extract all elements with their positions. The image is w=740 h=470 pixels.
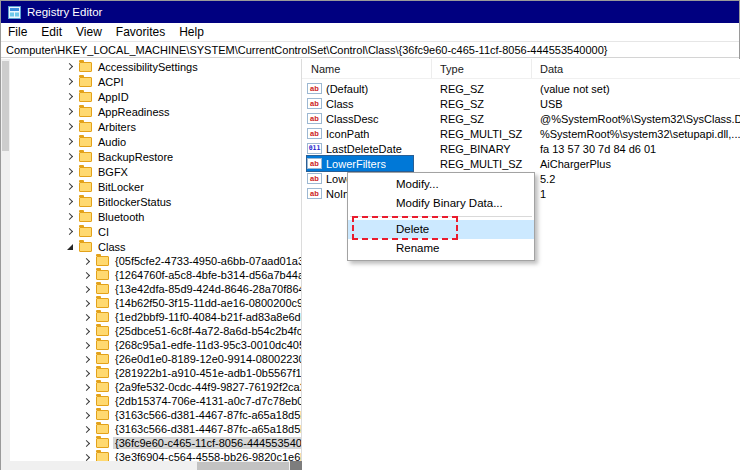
- binary-value-icon: 011: [307, 143, 322, 154]
- chevron-right-icon[interactable]: [67, 154, 79, 159]
- value-name: Class: [326, 98, 354, 110]
- address-bar[interactable]: Computer\HKEY_LOCAL_MACHINE\SYSTEM\Curre…: [1, 41, 739, 58]
- registry-value-row-selected[interactable]: abLowerFilters REG_MULTI_SZ AiChargerPlu…: [302, 156, 740, 171]
- tree-key[interactable]: {1264760f-a5c8-4bfe-b314-d56a7b44a3: [10, 268, 301, 282]
- tree-key[interactable]: CI: [10, 224, 301, 239]
- tree-key[interactable]: BitlockerStatus: [10, 194, 301, 209]
- tree-key[interactable]: {1ed2bbf9-11f0-4084-b21f-ad83a8e6dc: [10, 310, 301, 324]
- tree-key[interactable]: BackupRestore: [10, 149, 301, 164]
- tree-key[interactable]: BitLocker: [10, 179, 301, 194]
- tree-key[interactable]: {2a9fe532-0cdc-44f9-9827-76192f2ca2f: [10, 380, 301, 394]
- value-data: USB: [532, 98, 740, 110]
- menu-favorites[interactable]: Favorites: [109, 23, 172, 41]
- menu-help[interactable]: Help: [172, 23, 211, 41]
- tree-vertical-scrollbar[interactable]: [1, 59, 10, 461]
- tree-key[interactable]: Arbiters: [10, 119, 301, 134]
- chevron-right-icon[interactable]: [84, 427, 96, 432]
- chevron-right-icon[interactable]: [67, 139, 79, 144]
- chevron-right-icon[interactable]: [84, 385, 96, 390]
- chevron-right-icon[interactable]: [84, 329, 96, 334]
- menu-item-delete[interactable]: Delete: [348, 220, 534, 239]
- tree-key[interactable]: {26e0d1e0-8189-12e0-9914-0800223019: [10, 352, 301, 366]
- tree-item-selected-key[interactable]: {36fc9e60-c465-11cf-8056-444553540000}: [10, 436, 301, 450]
- tree-key[interactable]: {281922b1-a910-451e-adb1-0b5567f1ed: [10, 366, 301, 380]
- value-data: (value not set): [532, 83, 740, 95]
- chevron-right-icon[interactable]: [84, 441, 96, 446]
- folder-icon: [79, 167, 92, 177]
- chevron-right-icon[interactable]: [84, 287, 96, 292]
- tree-key[interactable]: {268c95a1-edfe-11d3-95c3-0010dc4050: [10, 338, 301, 352]
- tree-horizontal-scrollbar[interactable]: [1, 461, 302, 470]
- menu-item-modify[interactable]: Modify...: [348, 175, 534, 194]
- folder-icon: [79, 212, 92, 222]
- chevron-right-icon[interactable]: [67, 214, 79, 219]
- tree-item-class[interactable]: Class: [10, 239, 301, 254]
- scrollbar-thumb[interactable]: [2, 61, 9, 151]
- chevron-right-icon[interactable]: [84, 399, 96, 404]
- menu-item-modify-binary-data[interactable]: Modify Binary Data...: [348, 194, 534, 213]
- chevron-right-icon[interactable]: [84, 273, 96, 278]
- tree-key-label: BackupRestore: [96, 151, 175, 163]
- folder-icon: [96, 452, 109, 461]
- chevron-expanded-icon[interactable]: [67, 244, 79, 250]
- chevron-right-icon[interactable]: [67, 94, 79, 99]
- chevron-right-icon[interactable]: [67, 64, 79, 69]
- value-data: %SystemRoot%\system32\setupapi.dll,...: [532, 128, 740, 140]
- chevron-right-icon[interactable]: [84, 315, 96, 320]
- chevron-right-icon[interactable]: [84, 259, 96, 264]
- value-name: LowerFilters: [326, 158, 386, 170]
- chevron-right-icon[interactable]: [84, 371, 96, 376]
- registry-value-row[interactable]: ab(Default) REG_SZ (value not set): [302, 81, 740, 96]
- tree-key[interactable]: AccessibilitySettings: [10, 59, 301, 74]
- tree-key[interactable]: {2db15374-706e-4131-a0c7-d7c78eb028: [10, 394, 301, 408]
- tree-key[interactable]: {25dbce51-6c8f-4a72-8a6d-b54c2b4fc8: [10, 324, 301, 338]
- tree-key[interactable]: Audio: [10, 134, 301, 149]
- folder-icon: [96, 382, 109, 392]
- tree-key[interactable]: BGFX: [10, 164, 301, 179]
- registry-value-row[interactable]: abClass REG_SZ USB: [302, 96, 740, 111]
- chevron-right-icon[interactable]: [67, 199, 79, 204]
- chevron-right-icon[interactable]: [84, 301, 96, 306]
- chevron-right-icon[interactable]: [67, 229, 79, 234]
- chevron-right-icon[interactable]: [84, 357, 96, 362]
- menu-item-rename[interactable]: Rename: [348, 239, 534, 258]
- chevron-right-icon[interactable]: [84, 455, 96, 460]
- menu-view[interactable]: View: [69, 23, 109, 41]
- registry-value-row[interactable]: abClassDesc REG_SZ @%SystemRoot%\System3…: [302, 111, 740, 126]
- scroll-right-button[interactable]: [290, 461, 302, 470]
- scrollbar-thumb[interactable]: [197, 462, 289, 470]
- tree-key[interactable]: Bluetooth: [10, 209, 301, 224]
- tree-key[interactable]: {05f5cfe2-4733-4950-a6bb-07aad01a3a8: [10, 254, 301, 268]
- tree-key[interactable]: AppReadiness: [10, 104, 301, 119]
- tree-key[interactable]: {3163c566-d381-4467-87fc-a65a18d5b: [10, 408, 301, 422]
- tree-key-label: {2db15374-706e-4131-a0c7-d7c78eb028: [113, 395, 301, 407]
- chevron-right-icon[interactable]: [67, 109, 79, 114]
- tree-key[interactable]: ACPI: [10, 74, 301, 89]
- tree-key[interactable]: {14b62f50-3f15-11dd-ae16-0800200c9a: [10, 296, 301, 310]
- column-header-name[interactable]: Name: [302, 59, 432, 78]
- tree-key[interactable]: {13e42dfa-85d9-424d-8646-28a70f864f9: [10, 282, 301, 296]
- column-header-data[interactable]: Data: [532, 59, 740, 78]
- tree-key-label: {281922b1-a910-451e-adb1-0b5567f1ed: [113, 367, 301, 379]
- chevron-right-icon[interactable]: [67, 184, 79, 189]
- folder-icon: [96, 256, 109, 266]
- chevron-right-icon[interactable]: [84, 343, 96, 348]
- tree-key[interactable]: {3e3f6904-c564-4558-bb26-9820c1e6ba5: [10, 450, 301, 461]
- column-header-type[interactable]: Type: [432, 59, 532, 78]
- tree-key[interactable]: {3163c566-d381-4467-87fc-a65a18d5b: [10, 422, 301, 436]
- tree-key-label: Class: [96, 241, 128, 253]
- registry-value-row[interactable]: abIconPath REG_MULTI_SZ %SystemRoot%\sys…: [302, 126, 740, 141]
- chevron-right-icon[interactable]: [84, 413, 96, 418]
- chevron-right-icon[interactable]: [67, 124, 79, 129]
- folder-icon: [79, 152, 92, 162]
- menu-edit[interactable]: Edit: [34, 23, 69, 41]
- list-header: Name Type Data: [302, 59, 740, 79]
- tree-key[interactable]: AppID: [10, 89, 301, 104]
- chevron-right-icon[interactable]: [67, 79, 79, 84]
- folder-icon: [96, 284, 109, 294]
- menu-file[interactable]: File: [1, 23, 34, 41]
- chevron-right-icon[interactable]: [67, 169, 79, 174]
- registry-value-row[interactable]: 011LastDeleteDate REG_BINARY fa 13 57 30…: [302, 141, 740, 156]
- tree-key-label: {3e3f6904-c564-4558-bb26-9820c1e6ba5: [113, 451, 301, 461]
- value-type: REG_MULTI_SZ: [432, 128, 532, 140]
